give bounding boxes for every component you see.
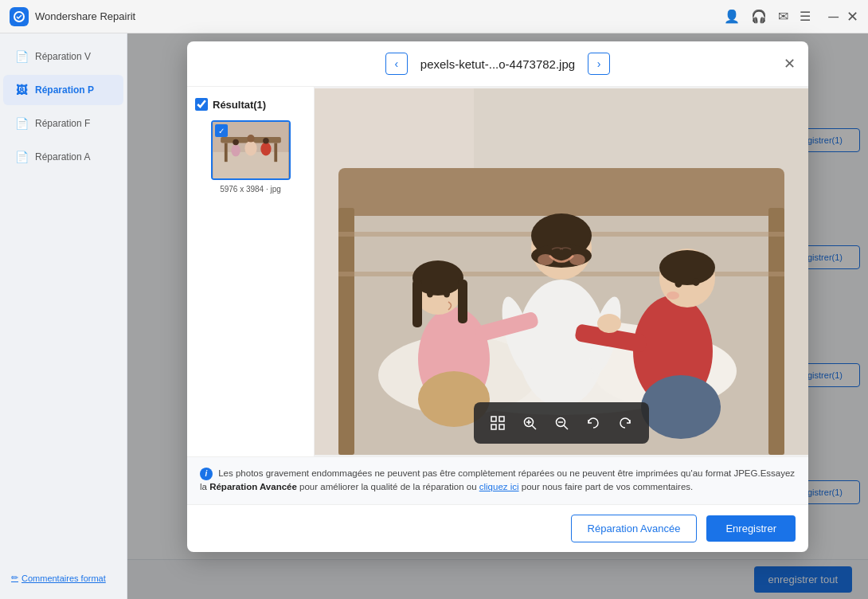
svg-point-6	[244, 141, 256, 156]
sidebar-item-label-p: Réparation P	[35, 84, 94, 96]
titlebar: Wondershare Repairit 👤 🎧 ✉ ☰ ─ ✕	[0, 0, 868, 33]
sidebar-item-reparation-v[interactable]: 📄 Réparation V	[3, 41, 123, 72]
modal-close-button[interactable]: ✕	[784, 57, 796, 71]
app-logo	[10, 7, 29, 26]
fullscreen-button[interactable]	[483, 409, 512, 437]
thumbnail-container: 5976 x 3984 · jpg	[195, 120, 306, 194]
modal-info-bar: i Les photos gravement endommagées ne pe…	[187, 456, 808, 504]
thumbnail-size-label: 5976 x 3984 · jpg	[220, 185, 281, 194]
info-text-end: pour nous faire part de vos commentaires…	[519, 482, 694, 491]
prev-image-button[interactable]: ‹	[385, 53, 408, 75]
app-title: Wondershare Repairit	[35, 10, 135, 22]
next-image-button[interactable]: ›	[588, 53, 610, 75]
headset-icon[interactable]: 🎧	[751, 9, 767, 24]
menu-icon[interactable]: ☰	[800, 9, 811, 24]
user-icon[interactable]: 👤	[724, 9, 740, 24]
modal-overlay: ‹ pexels-ketut-...o-4473782.jpg › ✕ Résu…	[127, 33, 868, 599]
click-here-link[interactable]: cliquez ici	[479, 482, 519, 491]
zoom-out-button[interactable]	[547, 409, 576, 437]
svg-point-10	[260, 143, 271, 156]
svg-point-11	[263, 138, 269, 144]
svg-rect-50	[491, 417, 496, 421]
info-bold-text: Réparation Avancée	[209, 482, 297, 491]
result-header: Résultat(1)	[195, 98, 306, 111]
info-text-after: pour améliorer la qualité de la réparati…	[297, 482, 479, 491]
sidebar: 📄 Réparation V 🖼 Réparation P 📄 Réparati…	[0, 33, 127, 599]
minimize-button[interactable]: ─	[828, 10, 839, 24]
svg-rect-49	[315, 88, 808, 455]
modal-body: Résultat(1)	[187, 87, 808, 456]
save-button[interactable]: Enregistrer	[706, 515, 796, 542]
sidebar-item-reparation-p[interactable]: 🖼 Réparation P	[3, 75, 123, 105]
svg-point-8	[231, 144, 240, 156]
result-count-label: Résultat(1)	[213, 99, 266, 111]
svg-line-55	[532, 425, 536, 429]
audio-repair-icon: 📄	[14, 150, 29, 164]
svg-point-9	[233, 139, 239, 146]
svg-line-59	[564, 425, 568, 429]
window-controls: ─ ✕	[828, 10, 858, 24]
file-repair-icon: 📄	[14, 116, 29, 131]
comments-format-link[interactable]: ✏ Commentaires format	[11, 573, 115, 583]
modal-image-area	[315, 87, 808, 456]
main-layout: 📄 Réparation V 🖼 Réparation P 📄 Réparati…	[0, 33, 868, 599]
rotate-right-button[interactable]	[611, 409, 639, 437]
sidebar-item-reparation-a[interactable]: 📄 Réparation A	[3, 142, 123, 172]
rotate-left-button[interactable]	[579, 409, 608, 437]
svg-rect-4	[224, 143, 227, 162]
sidebar-item-label-f: Réparation F	[35, 118, 90, 129]
titlebar-controls: 👤 🎧 ✉ ☰ ─ ✕	[724, 9, 858, 24]
sidebar-bottom: ✏ Commentaires format	[0, 565, 127, 591]
edit-icon: ✏	[11, 573, 18, 583]
preview-image	[315, 87, 808, 456]
modal-left-panel: Résultat(1)	[187, 87, 315, 456]
thumbnail-1[interactable]	[211, 120, 291, 180]
sidebar-item-reparation-f[interactable]: 📄 Réparation F	[3, 108, 123, 139]
info-icon: i	[200, 468, 213, 480]
result-select-all-checkbox[interactable]	[195, 98, 208, 111]
sidebar-item-label-v: Réparation V	[35, 51, 91, 62]
close-button[interactable]: ✕	[846, 10, 858, 24]
svg-rect-51	[499, 417, 504, 421]
photo-repair-icon: 🖼	[14, 83, 29, 97]
image-toolbar	[474, 402, 649, 444]
svg-rect-52	[491, 425, 496, 429]
mail-icon[interactable]: ✉	[778, 9, 788, 24]
video-repair-icon: 📄	[14, 49, 29, 64]
advanced-repair-button[interactable]: Réparation Avancée	[571, 515, 698, 542]
content-area: enregistrer(1) enregistrer(1) enregistre…	[127, 33, 868, 599]
preview-modal: ‹ pexels-ketut-...o-4473782.jpg › ✕ Résu…	[187, 41, 808, 552]
modal-footer: Réparation Avancée Enregistrer	[187, 504, 808, 552]
thumbnail-check-icon	[215, 124, 228, 137]
zoom-in-button[interactable]	[515, 409, 544, 437]
svg-rect-53	[499, 425, 504, 429]
modal-filename: pexels-ketut-...o-4473782.jpg	[420, 57, 575, 71]
svg-rect-5	[274, 143, 277, 162]
sidebar-item-label-a: Réparation A	[35, 151, 90, 162]
modal-header: ‹ pexels-ketut-...o-4473782.jpg › ✕	[187, 41, 808, 87]
svg-point-7	[247, 135, 254, 142]
